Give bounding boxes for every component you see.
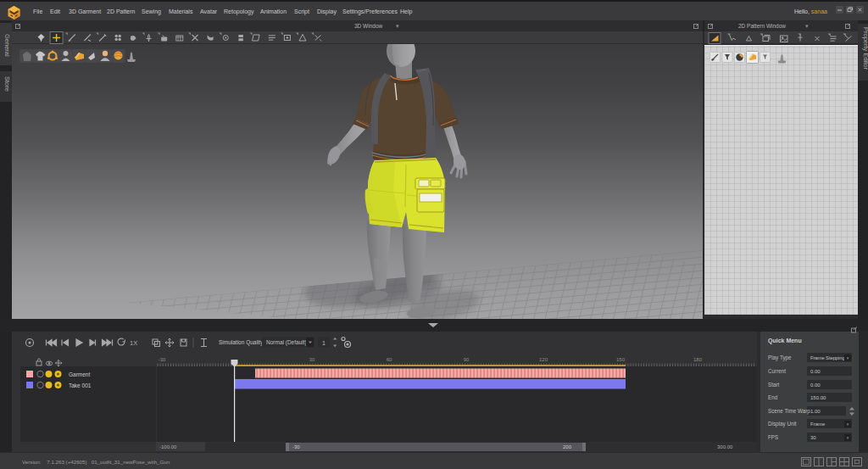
svg-text:200: 200 bbox=[563, 444, 572, 449]
svg-text:-30: -30 bbox=[292, 444, 300, 449]
svg-text:-30: -30 bbox=[159, 357, 166, 362]
svg-text:90: 90 bbox=[464, 357, 470, 362]
svg-text:1X: 1X bbox=[130, 339, 137, 347]
svg-text:30: 30 bbox=[309, 357, 315, 362]
svg-text:300.00: 300.00 bbox=[717, 444, 733, 449]
svg-text:60: 60 bbox=[387, 357, 392, 362]
svg-text:120: 120 bbox=[539, 357, 548, 362]
svg-text:180: 180 bbox=[693, 357, 703, 362]
svg-text:1: 1 bbox=[322, 340, 326, 346]
svg-text:Normal (Default): Normal (Default) bbox=[266, 339, 307, 346]
svg-text:-100.00: -100.00 bbox=[159, 444, 177, 449]
svg-text:Simulation Quality: Simulation Quality bbox=[219, 339, 264, 346]
svg-text:Garment: Garment bbox=[69, 371, 90, 377]
svg-text:Take 001: Take 001 bbox=[69, 382, 92, 388]
svg-text:150: 150 bbox=[616, 357, 626, 362]
